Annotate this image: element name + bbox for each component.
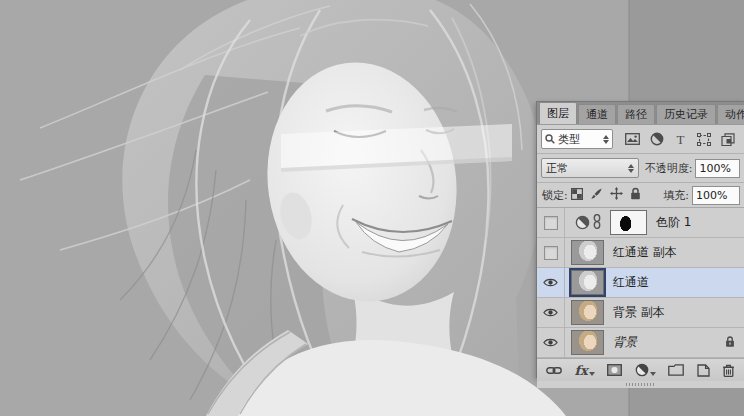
photoshop-workspace: 图层 通道 路径 历史记录 动作 类型 — [0, 0, 744, 416]
layer-thumbnail[interactable] — [571, 330, 604, 355]
blend-mode-row: 正常 不透明度: 100% — [537, 154, 744, 183]
fx-label: fx — [574, 364, 587, 377]
lock-label: 锁定: — [542, 188, 568, 203]
tab-actions[interactable]: 动作 — [717, 104, 744, 124]
lock-position-icon[interactable] — [610, 187, 623, 203]
layer-name: 色阶 1 — [656, 214, 691, 231]
layer-row-background[interactable]: 背景 — [537, 328, 744, 358]
shape-layers-filter-icon[interactable] — [696, 131, 713, 148]
lock-icon-group — [571, 187, 641, 203]
opacity-input[interactable]: 100% — [695, 159, 740, 178]
adjustment-layers-filter-icon[interactable] — [648, 131, 665, 148]
tab-paths[interactable]: 路径 — [617, 104, 655, 124]
visibility-empty-box — [544, 246, 558, 260]
lock-pixels-icon[interactable] — [590, 187, 603, 203]
mask-link-icon[interactable] — [593, 214, 601, 232]
layer-row-levels-1[interactable]: 色阶 1 — [537, 208, 744, 238]
background-lock-icon — [725, 335, 735, 350]
adjustment-dropdown-arrow — [650, 372, 656, 376]
layer-name: 背景 副本 — [613, 304, 665, 321]
layer-row-red-channel[interactable]: 红通道 — [537, 268, 744, 298]
link-layers-icon[interactable] — [546, 366, 562, 375]
lock-transparency-icon[interactable] — [571, 188, 583, 203]
svg-text:T: T — [677, 133, 685, 146]
new-group-icon[interactable] — [668, 364, 684, 376]
lock-all-icon[interactable] — [630, 187, 641, 203]
new-adjustment-layer-icon[interactable] — [635, 363, 656, 377]
layer-styles-fx-icon[interactable]: fx — [574, 364, 594, 377]
layers-list: 色阶 1 红通道 副本 红通道 — [537, 208, 744, 358]
filter-icon-group: T — [621, 131, 740, 148]
blend-mode-spinner — [628, 164, 634, 173]
layer-row-background-copy[interactable]: 背景 副本 — [537, 298, 744, 328]
tab-history[interactable]: 历史记录 — [656, 104, 716, 124]
pixel-layers-filter-icon[interactable] — [624, 131, 641, 148]
tab-layers[interactable]: 图层 — [539, 102, 577, 124]
visibility-toggle[interactable] — [537, 268, 565, 297]
smart-objects-filter-icon[interactable] — [720, 131, 737, 148]
layer-name: 红通道 副本 — [613, 244, 677, 261]
eye-icon — [543, 307, 558, 318]
fx-dropdown-arrow — [589, 372, 595, 376]
visibility-empty-box — [544, 216, 558, 230]
delete-layer-icon[interactable] — [722, 364, 735, 377]
layer-row-red-channel-copy[interactable]: 红通道 副本 — [537, 238, 744, 268]
visibility-toggle[interactable] — [537, 208, 565, 237]
layer-name: 背景 — [613, 334, 637, 351]
layer-name: 红通道 — [613, 274, 649, 291]
visibility-toggle[interactable] — [537, 238, 565, 267]
panel-bottom-bar: fx — [537, 358, 744, 381]
filter-kind-spinner — [603, 135, 609, 144]
layers-panel: 图层 通道 路径 历史记录 动作 类型 — [536, 101, 744, 378]
eye-icon — [543, 337, 558, 348]
blend-mode-select[interactable]: 正常 — [541, 158, 639, 178]
visibility-toggle[interactable] — [537, 298, 565, 327]
layer-mask-thumbnail[interactable] — [610, 210, 647, 235]
layer-thumbnail[interactable] — [571, 300, 604, 325]
opacity-label: 不透明度: — [645, 161, 693, 176]
fill-input[interactable]: 100% — [692, 186, 740, 205]
lock-row: 锁定: 填充: 100% — [537, 183, 744, 208]
panel-tab-bar: 图层 通道 路径 历史记录 动作 — [537, 102, 744, 125]
new-layer-icon[interactable] — [697, 364, 710, 377]
add-layer-mask-icon[interactable] — [607, 364, 622, 376]
visibility-toggle[interactable] — [537, 328, 565, 357]
layer-thumbnail[interactable] — [571, 270, 604, 295]
panel-resize-grip[interactable] — [626, 383, 656, 386]
filter-kind-label: 类型 — [558, 132, 600, 147]
panel-resize-area — [537, 381, 744, 388]
blend-mode-value: 正常 — [546, 161, 628, 176]
fill-label: 填充: — [663, 188, 689, 203]
search-icon — [545, 134, 555, 144]
layer-thumbnail[interactable] — [571, 240, 604, 265]
eye-icon — [543, 277, 558, 288]
filter-kind-select[interactable]: 类型 — [541, 129, 613, 149]
tab-channels[interactable]: 通道 — [578, 104, 616, 124]
type-layers-filter-icon[interactable]: T — [672, 131, 689, 148]
levels-adjustment-icon[interactable] — [575, 215, 590, 230]
layer-filter-row: 类型 T — [537, 125, 744, 154]
